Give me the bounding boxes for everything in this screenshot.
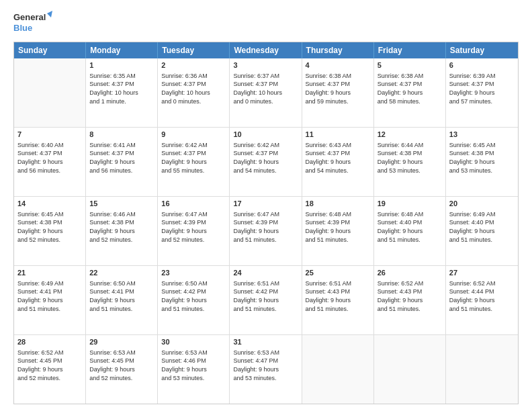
day-info-22: Sunrise: 6:50 AM Sunset: 4:41 PM Dayligh… [89, 279, 154, 313]
header-day-friday: Friday [374, 42, 446, 58]
day-number-5: 5 [378, 60, 442, 71]
day-number-11: 11 [306, 130, 370, 140]
day-info-20: Sunrise: 6:49 AM Sunset: 4:40 PM Dayligh… [449, 210, 515, 244]
day-number-16: 16 [161, 199, 226, 209]
day-info-6: Sunrise: 6:39 AM Sunset: 4:37 PM Dayligh… [449, 72, 515, 105]
day-14: 14Sunrise: 6:45 AM Sunset: 4:38 PM Dayli… [14, 197, 86, 265]
day-8: 8Sunrise: 6:41 AM Sunset: 4:37 PM Daylig… [86, 128, 158, 196]
header-day-sunday: Sunday [14, 42, 86, 58]
day-31: 31Sunrise: 6:53 AM Sunset: 4:47 PM Dayli… [230, 335, 302, 404]
day-5: 5Sunrise: 6:38 AM Sunset: 4:37 PM Daylig… [374, 58, 446, 127]
day-number-9: 9 [161, 130, 226, 140]
day-number-17: 17 [233, 199, 298, 209]
day-info-2: Sunrise: 6:36 AM Sunset: 4:37 PM Dayligh… [161, 72, 226, 105]
day-info-24: Sunrise: 6:51 AM Sunset: 4:42 PM Dayligh… [233, 279, 298, 313]
day-10: 10Sunrise: 6:42 AM Sunset: 4:37 PM Dayli… [230, 128, 302, 196]
day-number-22: 22 [89, 268, 154, 278]
day-7: 7Sunrise: 6:40 AM Sunset: 4:37 PM Daylig… [14, 128, 86, 196]
day-1: 1Sunrise: 6:35 AM Sunset: 4:37 PM Daylig… [86, 58, 158, 127]
day-number-3: 3 [233, 60, 298, 71]
week-2: 7Sunrise: 6:40 AM Sunset: 4:37 PM Daylig… [14, 128, 518, 197]
day-number-7: 7 [17, 130, 82, 140]
calendar-body: 1Sunrise: 6:35 AM Sunset: 4:37 PM Daylig… [14, 58, 518, 404]
day-17: 17Sunrise: 6:47 AM Sunset: 4:39 PM Dayli… [230, 197, 302, 265]
day-11: 11Sunrise: 6:43 AM Sunset: 4:37 PM Dayli… [302, 128, 374, 196]
day-info-23: Sunrise: 6:50 AM Sunset: 4:42 PM Dayligh… [161, 279, 226, 313]
day-info-12: Sunrise: 6:44 AM Sunset: 4:38 PM Dayligh… [378, 141, 442, 175]
day-16: 16Sunrise: 6:47 AM Sunset: 4:39 PM Dayli… [158, 197, 230, 265]
day-info-31: Sunrise: 6:53 AM Sunset: 4:47 PM Dayligh… [233, 349, 298, 382]
day-info-7: Sunrise: 6:40 AM Sunset: 4:37 PM Dayligh… [17, 141, 82, 175]
empty-cell [374, 335, 446, 404]
day-number-20: 20 [449, 199, 515, 209]
day-info-9: Sunrise: 6:42 AM Sunset: 4:37 PM Dayligh… [161, 141, 226, 175]
day-27: 27Sunrise: 6:52 AM Sunset: 4:44 PM Dayli… [446, 266, 518, 334]
header-day-wednesday: Wednesday [230, 42, 302, 58]
empty-cell [302, 335, 374, 404]
day-info-17: Sunrise: 6:47 AM Sunset: 4:39 PM Dayligh… [233, 210, 298, 244]
day-info-16: Sunrise: 6:47 AM Sunset: 4:39 PM Dayligh… [161, 210, 226, 244]
day-23: 23Sunrise: 6:50 AM Sunset: 4:42 PM Dayli… [158, 266, 230, 334]
header-day-saturday: Saturday [446, 42, 518, 58]
day-info-30: Sunrise: 6:53 AM Sunset: 4:46 PM Dayligh… [161, 349, 226, 382]
day-15: 15Sunrise: 6:46 AM Sunset: 4:38 PM Dayli… [86, 197, 158, 265]
day-info-5: Sunrise: 6:38 AM Sunset: 4:37 PM Dayligh… [378, 72, 442, 105]
day-number-24: 24 [233, 268, 298, 278]
header-day-thursday: Thursday [302, 42, 374, 58]
day-22: 22Sunrise: 6:50 AM Sunset: 4:41 PM Dayli… [86, 266, 158, 334]
day-24: 24Sunrise: 6:51 AM Sunset: 4:42 PM Dayli… [230, 266, 302, 334]
day-info-15: Sunrise: 6:46 AM Sunset: 4:38 PM Dayligh… [89, 210, 154, 244]
day-info-19: Sunrise: 6:48 AM Sunset: 4:40 PM Dayligh… [378, 210, 442, 244]
day-number-27: 27 [449, 268, 515, 278]
day-info-25: Sunrise: 6:51 AM Sunset: 4:43 PM Dayligh… [306, 279, 370, 313]
empty-cell [14, 58, 86, 127]
day-30: 30Sunrise: 6:53 AM Sunset: 4:46 PM Dayli… [158, 335, 230, 404]
day-number-23: 23 [161, 268, 226, 278]
day-number-26: 26 [378, 268, 442, 278]
day-3: 3Sunrise: 6:37 AM Sunset: 4:37 PM Daylig… [230, 58, 302, 127]
day-number-4: 4 [306, 60, 370, 71]
day-number-13: 13 [449, 130, 515, 140]
day-number-25: 25 [306, 268, 370, 278]
day-number-18: 18 [306, 199, 370, 209]
day-number-19: 19 [378, 199, 442, 209]
day-info-26: Sunrise: 6:52 AM Sunset: 4:43 PM Dayligh… [378, 279, 442, 313]
day-number-15: 15 [89, 199, 154, 209]
day-number-28: 28 [17, 337, 82, 347]
week-4: 21Sunrise: 6:49 AM Sunset: 4:41 PM Dayli… [14, 266, 518, 335]
day-6: 6Sunrise: 6:39 AM Sunset: 4:37 PM Daylig… [446, 58, 518, 127]
day-number-6: 6 [449, 60, 515, 71]
calendar: SundayMondayTuesdayWednesdayThursdayFrid… [13, 42, 519, 404]
day-number-2: 2 [161, 60, 226, 71]
day-info-28: Sunrise: 6:52 AM Sunset: 4:45 PM Dayligh… [17, 349, 82, 382]
svg-text:General: General [13, 12, 46, 22]
day-26: 26Sunrise: 6:52 AM Sunset: 4:43 PM Dayli… [374, 266, 446, 334]
day-21: 21Sunrise: 6:49 AM Sunset: 4:41 PM Dayli… [14, 266, 86, 334]
day-number-29: 29 [89, 337, 154, 347]
day-info-27: Sunrise: 6:52 AM Sunset: 4:44 PM Dayligh… [449, 279, 515, 313]
day-info-13: Sunrise: 6:45 AM Sunset: 4:38 PM Dayligh… [449, 141, 515, 175]
day-info-29: Sunrise: 6:53 AM Sunset: 4:45 PM Dayligh… [89, 349, 154, 382]
day-info-8: Sunrise: 6:41 AM Sunset: 4:37 PM Dayligh… [89, 141, 154, 175]
day-number-8: 8 [89, 130, 154, 140]
day-19: 19Sunrise: 6:48 AM Sunset: 4:40 PM Dayli… [374, 197, 446, 265]
day-13: 13Sunrise: 6:45 AM Sunset: 4:38 PM Dayli… [446, 128, 518, 196]
svg-text:Blue: Blue [13, 23, 32, 33]
day-9: 9Sunrise: 6:42 AM Sunset: 4:37 PM Daylig… [158, 128, 230, 196]
day-info-3: Sunrise: 6:37 AM Sunset: 4:37 PM Dayligh… [233, 72, 298, 105]
logo-svg: General Blue [13, 11, 54, 35]
week-5: 28Sunrise: 6:52 AM Sunset: 4:45 PM Dayli… [14, 335, 518, 404]
week-3: 14Sunrise: 6:45 AM Sunset: 4:38 PM Dayli… [14, 197, 518, 266]
day-info-21: Sunrise: 6:49 AM Sunset: 4:41 PM Dayligh… [17, 279, 82, 313]
day-29: 29Sunrise: 6:53 AM Sunset: 4:45 PM Dayli… [86, 335, 158, 404]
day-number-30: 30 [161, 337, 226, 347]
calendar-header: SundayMondayTuesdayWednesdayThursdayFrid… [14, 42, 518, 58]
day-25: 25Sunrise: 6:51 AM Sunset: 4:43 PM Dayli… [302, 266, 374, 334]
day-number-12: 12 [378, 130, 442, 140]
day-18: 18Sunrise: 6:48 AM Sunset: 4:39 PM Dayli… [302, 197, 374, 265]
header-day-tuesday: Tuesday [158, 42, 230, 58]
header-day-monday: Monday [86, 42, 158, 58]
day-number-21: 21 [17, 268, 82, 278]
day-info-4: Sunrise: 6:38 AM Sunset: 4:37 PM Dayligh… [306, 72, 370, 105]
day-info-11: Sunrise: 6:43 AM Sunset: 4:37 PM Dayligh… [306, 141, 370, 175]
